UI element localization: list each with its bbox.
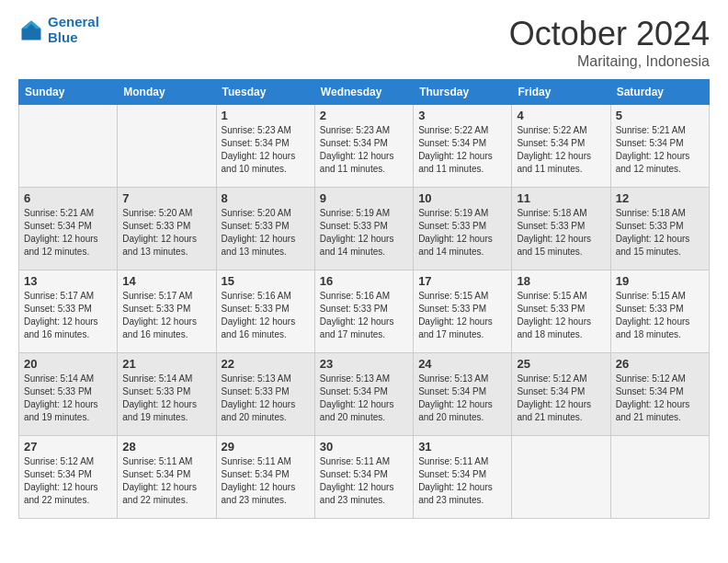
- day-number: 30: [320, 440, 408, 454]
- calendar-cell: 3Sunrise: 5:22 AMSunset: 5:34 PMDaylight…: [414, 105, 512, 188]
- calendar-cell: 22Sunrise: 5:13 AMSunset: 5:33 PMDayligh…: [216, 353, 314, 436]
- cell-info: Sunrise: 5:21 AMSunset: 5:34 PMDaylight:…: [24, 208, 98, 257]
- week-row-3: 13Sunrise: 5:17 AMSunset: 5:33 PMDayligh…: [19, 270, 710, 353]
- calendar-cell: 26Sunrise: 5:12 AMSunset: 5:34 PMDayligh…: [610, 353, 709, 436]
- calendar-cell: [19, 105, 118, 188]
- month-title: October 2024: [509, 15, 710, 53]
- calendar-cell: 19Sunrise: 5:15 AMSunset: 5:33 PMDayligh…: [610, 270, 709, 353]
- calendar-cell: 31Sunrise: 5:11 AMSunset: 5:34 PMDayligh…: [414, 436, 512, 519]
- cell-info: Sunrise: 5:11 AMSunset: 5:34 PMDaylight:…: [320, 456, 394, 505]
- cell-info: Sunrise: 5:12 AMSunset: 5:34 PMDaylight:…: [616, 373, 690, 422]
- day-number: 12: [616, 191, 704, 205]
- cell-info: Sunrise: 5:16 AMSunset: 5:33 PMDaylight:…: [320, 291, 394, 339]
- calendar-cell: 6Sunrise: 5:21 AMSunset: 5:34 PMDaylight…: [19, 188, 118, 270]
- cell-info: Sunrise: 5:13 AMSunset: 5:33 PMDaylight:…: [222, 373, 296, 422]
- day-number: 8: [222, 191, 310, 205]
- calendar-cell: 25Sunrise: 5:12 AMSunset: 5:34 PMDayligh…: [512, 353, 610, 436]
- calendar-cell: [610, 436, 709, 519]
- calendar-cell: 10Sunrise: 5:19 AMSunset: 5:33 PMDayligh…: [414, 188, 512, 270]
- location-subtitle: Maritaing, Indonesia: [509, 53, 710, 70]
- week-row-4: 20Sunrise: 5:14 AMSunset: 5:33 PMDayligh…: [19, 353, 710, 436]
- day-number: 14: [122, 274, 210, 288]
- logo: General Blue: [18, 15, 99, 45]
- cell-info: Sunrise: 5:12 AMSunset: 5:34 PMDaylight:…: [517, 373, 591, 422]
- day-number: 24: [418, 357, 506, 371]
- day-number: 7: [122, 191, 210, 205]
- day-number: 29: [222, 440, 310, 454]
- cell-info: Sunrise: 5:15 AMSunset: 5:33 PMDaylight:…: [517, 291, 591, 339]
- day-number: 28: [122, 440, 210, 454]
- day-number: 20: [24, 357, 112, 371]
- cell-info: Sunrise: 5:17 AMSunset: 5:33 PMDaylight:…: [24, 291, 98, 339]
- day-number: 27: [24, 440, 112, 454]
- cell-info: Sunrise: 5:17 AMSunset: 5:33 PMDaylight:…: [122, 291, 197, 339]
- day-number: 1: [222, 109, 310, 122]
- calendar-cell: 30Sunrise: 5:11 AMSunset: 5:34 PMDayligh…: [314, 436, 413, 519]
- calendar-cell: 4Sunrise: 5:22 AMSunset: 5:34 PMDaylight…: [512, 105, 610, 188]
- day-number: 25: [517, 357, 605, 371]
- cell-info: Sunrise: 5:12 AMSunset: 5:34 PMDaylight:…: [24, 456, 98, 505]
- day-number: 31: [418, 440, 506, 454]
- calendar-cell: 18Sunrise: 5:15 AMSunset: 5:33 PMDayligh…: [512, 270, 610, 353]
- cell-info: Sunrise: 5:15 AMSunset: 5:33 PMDaylight:…: [418, 291, 493, 339]
- day-number: 16: [320, 274, 408, 288]
- calendar-cell: 15Sunrise: 5:16 AMSunset: 5:33 PMDayligh…: [216, 270, 314, 353]
- day-number: 2: [320, 109, 408, 122]
- cell-info: Sunrise: 5:22 AMSunset: 5:34 PMDaylight:…: [517, 125, 591, 174]
- cell-info: Sunrise: 5:13 AMSunset: 5:34 PMDaylight:…: [418, 373, 493, 422]
- day-number: 26: [616, 357, 704, 371]
- calendar-cell: 16Sunrise: 5:16 AMSunset: 5:33 PMDayligh…: [314, 270, 413, 353]
- day-number: 11: [517, 191, 605, 205]
- calendar-cell: 7Sunrise: 5:20 AMSunset: 5:33 PMDaylight…: [118, 188, 216, 270]
- cell-info: Sunrise: 5:11 AMSunset: 5:34 PMDaylight:…: [222, 456, 296, 505]
- calendar-table: SundayMondayTuesdayWednesdayThursdayFrid…: [18, 79, 710, 519]
- cell-info: Sunrise: 5:11 AMSunset: 5:34 PMDaylight:…: [122, 456, 197, 505]
- day-number: 15: [222, 274, 310, 288]
- day-number: 23: [320, 357, 408, 371]
- cell-info: Sunrise: 5:11 AMSunset: 5:34 PMDaylight:…: [418, 456, 493, 505]
- cell-info: Sunrise: 5:19 AMSunset: 5:33 PMDaylight:…: [418, 208, 493, 257]
- calendar-cell: 23Sunrise: 5:13 AMSunset: 5:34 PMDayligh…: [314, 353, 413, 436]
- week-row-5: 27Sunrise: 5:12 AMSunset: 5:34 PMDayligh…: [19, 436, 710, 519]
- calendar-cell: 11Sunrise: 5:18 AMSunset: 5:33 PMDayligh…: [512, 188, 610, 270]
- day-number: 17: [418, 274, 506, 288]
- calendar-cell: [512, 436, 610, 519]
- day-number: 18: [517, 274, 605, 288]
- day-number: 3: [418, 109, 506, 122]
- cell-info: Sunrise: 5:19 AMSunset: 5:33 PMDaylight:…: [320, 208, 394, 257]
- weekday-header-sunday: Sunday: [19, 80, 118, 105]
- calendar-cell: 20Sunrise: 5:14 AMSunset: 5:33 PMDayligh…: [19, 353, 118, 436]
- page-header: General Blue October 2024 Maritaing, Ind…: [18, 15, 710, 70]
- cell-info: Sunrise: 5:23 AMSunset: 5:34 PMDaylight:…: [222, 125, 296, 174]
- weekday-header-wednesday: Wednesday: [314, 80, 413, 105]
- cell-info: Sunrise: 5:23 AMSunset: 5:34 PMDaylight:…: [320, 125, 394, 174]
- week-row-1: 1Sunrise: 5:23 AMSunset: 5:34 PMDaylight…: [19, 105, 710, 188]
- cell-info: Sunrise: 5:20 AMSunset: 5:33 PMDaylight:…: [122, 208, 197, 257]
- cell-info: Sunrise: 5:16 AMSunset: 5:33 PMDaylight:…: [222, 291, 296, 339]
- weekday-header-tuesday: Tuesday: [216, 80, 314, 105]
- cell-info: Sunrise: 5:21 AMSunset: 5:34 PMDaylight:…: [616, 125, 690, 174]
- logo-text: General Blue: [48, 15, 99, 45]
- calendar-cell: 9Sunrise: 5:19 AMSunset: 5:33 PMDaylight…: [314, 188, 413, 270]
- day-number: 21: [122, 357, 210, 371]
- day-number: 6: [24, 191, 112, 205]
- day-number: 22: [222, 357, 310, 371]
- day-number: 13: [24, 274, 112, 288]
- calendar-cell: 12Sunrise: 5:18 AMSunset: 5:33 PMDayligh…: [610, 188, 709, 270]
- weekday-header-monday: Monday: [118, 80, 216, 105]
- calendar-cell: 14Sunrise: 5:17 AMSunset: 5:33 PMDayligh…: [118, 270, 216, 353]
- logo-icon: [18, 17, 44, 43]
- day-number: 19: [616, 274, 704, 288]
- weekday-header-thursday: Thursday: [414, 80, 512, 105]
- day-number: 10: [418, 191, 506, 205]
- calendar-cell: [118, 105, 216, 188]
- weekday-header-row: SundayMondayTuesdayWednesdayThursdayFrid…: [19, 80, 710, 105]
- weekday-header-saturday: Saturday: [610, 80, 709, 105]
- cell-info: Sunrise: 5:14 AMSunset: 5:33 PMDaylight:…: [122, 373, 197, 422]
- cell-info: Sunrise: 5:20 AMSunset: 5:33 PMDaylight:…: [222, 208, 296, 257]
- day-number: 4: [517, 109, 605, 122]
- cell-info: Sunrise: 5:18 AMSunset: 5:33 PMDaylight:…: [616, 208, 690, 257]
- calendar-cell: 28Sunrise: 5:11 AMSunset: 5:34 PMDayligh…: [118, 436, 216, 519]
- calendar-cell: 5Sunrise: 5:21 AMSunset: 5:34 PMDaylight…: [610, 105, 709, 188]
- cell-info: Sunrise: 5:13 AMSunset: 5:34 PMDaylight:…: [320, 373, 394, 422]
